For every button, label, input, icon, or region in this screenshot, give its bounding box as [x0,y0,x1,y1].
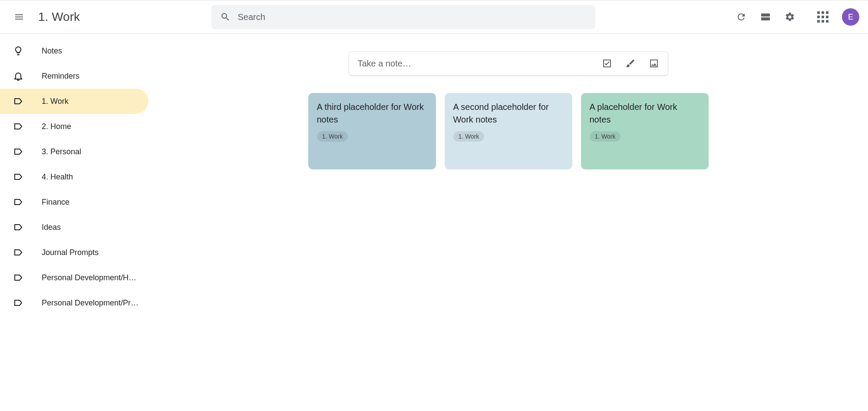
label-icon [13,298,23,308]
label-icon [13,96,23,106]
label-icon [13,146,23,157]
sidebar-item-label: 1. Work [42,97,77,106]
new-image-note-button[interactable] [649,58,659,69]
sidebar-item-label: 3. Personal [42,147,90,156]
sidebar-item-label: Personal Development/Proj… [42,298,149,308]
note-label-chip[interactable]: 1. Work [317,131,348,142]
checkbox-icon [602,58,612,69]
sidebar-item-label: Finance [42,198,78,207]
account-avatar[interactable]: E [842,8,859,26]
sidebar-item-notes[interactable]: Notes [0,38,149,63]
page-title: 1. Work [38,10,80,24]
gear-icon [785,12,795,22]
label-icon [13,172,23,182]
sidebar-item-label: 4. Health [42,172,82,182]
google-apps-button[interactable] [812,7,833,27]
sidebar-item-label: Notes [42,46,71,56]
note-card[interactable]: A placeholder for Work notes1. Work [581,93,709,169]
note-title: A third placeholder for Work notes [317,101,427,126]
header-actions: E [731,7,859,27]
label-icon [13,121,23,132]
apps-grid-icon [817,11,828,23]
sidebar-item-finance[interactable]: Finance [0,189,149,215]
sidebar-item-4-health[interactable]: 4. Health [0,164,149,189]
sidebar-item-personal-development-heal[interactable]: Personal Development/Heal… [0,265,149,290]
sidebar-item-2-home[interactable]: 2. Home [0,114,149,139]
list-view-icon [760,12,771,22]
sidebar-item-personal-development-proj[interactable]: Personal Development/Proj… [0,290,149,315]
refresh-button[interactable] [731,7,752,27]
sidebar-item-3-personal[interactable]: 3. Personal [0,139,149,164]
take-note-bar: Take a note… [349,51,668,76]
label-icon [13,197,23,207]
label-icon [13,272,23,283]
sidebar-item-journal-prompts[interactable]: Journal Prompts [0,240,149,265]
main-menu-button[interactable] [9,7,30,27]
sidebar-item-label: Ideas [42,223,69,232]
new-list-button[interactable] [602,58,612,69]
header: 1. Work E [0,0,868,34]
sidebar-item-reminders[interactable]: Reminders [0,63,149,89]
note-label-chip[interactable]: 1. Work [453,131,485,142]
note-title: A placeholder for Work notes [590,101,700,126]
new-drawing-button[interactable] [625,58,636,69]
bell-icon [13,71,23,81]
search-bar[interactable] [211,5,595,29]
note-label-chip[interactable]: 1. Work [590,131,621,142]
list-view-button[interactable] [755,7,776,27]
brush-icon [625,58,636,69]
sidebar-item-label: 2. Home [42,122,80,131]
label-icon [13,222,23,232]
note-card[interactable]: A third placeholder for Work notes1. Wor… [308,93,436,169]
search-icon [220,12,231,22]
note-card[interactable]: A second placeholder for Work notes1. Wo… [445,93,572,169]
take-note-input[interactable]: Take a note… [358,59,602,69]
label-icon [13,247,23,258]
search-input[interactable] [238,12,587,22]
main-content: Take a note… A third placeholder for Wor… [149,34,868,411]
settings-button[interactable] [779,7,800,27]
hamburger-icon [14,12,24,22]
image-icon [649,58,659,69]
refresh-icon [736,12,746,22]
sidebar: NotesReminders1. Work2. Home3. Personal4… [0,34,149,411]
note-title: A second placeholder for Work notes [453,101,564,126]
sidebar-item-label: Reminders [42,72,88,81]
sidebar-item-label: Personal Development/Heal… [42,273,149,282]
notes-grid: A third placeholder for Work notes1. Wor… [149,93,868,169]
sidebar-item-1-work[interactable]: 1. Work [0,89,149,114]
sidebar-item-label: Journal Prompts [42,248,107,257]
sidebar-item-ideas[interactable]: Ideas [0,215,149,240]
bulb-icon [13,46,23,56]
